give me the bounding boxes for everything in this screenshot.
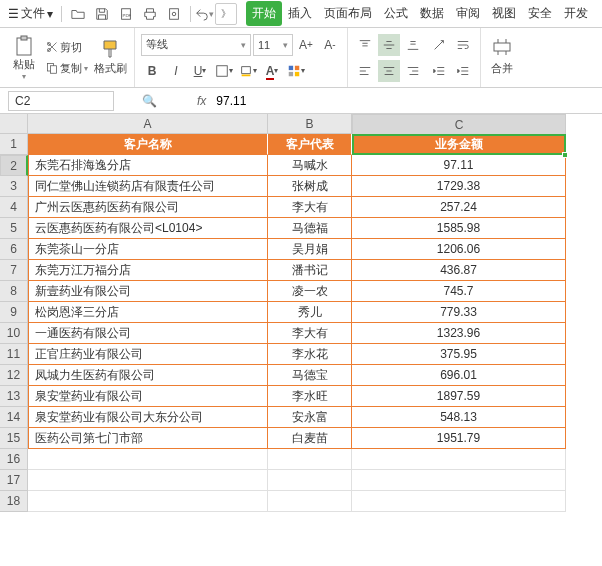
fill-handle[interactable]	[562, 152, 568, 158]
cell-style-button[interactable]: ▾	[285, 60, 307, 82]
table-cell[interactable]: 新壹药业有限公司	[28, 281, 268, 302]
search-icon[interactable]: 🔍	[142, 94, 157, 108]
align-top-icon[interactable]	[354, 34, 376, 56]
table-cell[interactable]: 正官庄药业有限公司	[28, 344, 268, 365]
fill-color-button[interactable]: ▾	[237, 60, 259, 82]
table-cell[interactable]: 张树成	[268, 176, 352, 197]
table-cell[interactable]: 云医惠药医药有限公司<L0104>	[28, 218, 268, 239]
table-cell[interactable]: 779.33	[352, 302, 566, 323]
table-cell[interactable]: 松岗恩泽三分店	[28, 302, 268, 323]
empty-cell[interactable]	[352, 449, 566, 470]
table-cell[interactable]: 泉安堂药业有限公司大东分公司	[28, 407, 268, 428]
tab-page-layout[interactable]: 页面布局	[318, 1, 378, 26]
row-header[interactable]: 5	[0, 218, 28, 239]
format-painter-button[interactable]: 格式刷	[92, 39, 128, 76]
row-header[interactable]: 6	[0, 239, 28, 260]
table-cell[interactable]: 李大有	[268, 323, 352, 344]
empty-cell[interactable]	[352, 470, 566, 491]
row-header[interactable]: 13	[0, 386, 28, 407]
name-box[interactable]: C2	[8, 91, 114, 111]
table-cell[interactable]: 436.87	[352, 260, 566, 281]
tab-security[interactable]: 安全	[522, 1, 558, 26]
row-header[interactable]: 1	[0, 134, 28, 155]
empty-cell[interactable]	[28, 491, 268, 512]
row-header[interactable]: 10	[0, 323, 28, 344]
italic-button[interactable]: I	[165, 60, 187, 82]
row-header[interactable]: 8	[0, 281, 28, 302]
tab-dev[interactable]: 开发	[558, 1, 594, 26]
row-header[interactable]: 3	[0, 176, 28, 197]
table-cell[interactable]: 1897.59	[352, 386, 566, 407]
table-cell[interactable]: 1585.98	[352, 218, 566, 239]
table-cell[interactable]: 凌一农	[268, 281, 352, 302]
table-cell[interactable]: 东莞万江万福分店	[28, 260, 268, 281]
table-cell[interactable]: 1323.96	[352, 323, 566, 344]
copy-button[interactable]: 复制 ▾	[42, 59, 92, 78]
empty-cell[interactable]	[352, 491, 566, 512]
decrease-indent-icon[interactable]	[428, 60, 450, 82]
table-cell[interactable]: 安永富	[268, 407, 352, 428]
cells-area[interactable]: 客户名称客户代表业务金额东莞石排海逸分店马喊水97.11同仁堂佛山连锁药店有限责…	[28, 134, 566, 512]
export-pdf-icon[interactable]: PDF	[115, 3, 137, 25]
row-header[interactable]: 17	[0, 470, 28, 491]
empty-cell[interactable]	[28, 449, 268, 470]
table-cell[interactable]: 745.7	[352, 281, 566, 302]
row-header[interactable]: 7	[0, 260, 28, 281]
table-cell[interactable]: 医药公司第七门市部	[28, 428, 268, 449]
col-header-c[interactable]: C	[352, 114, 566, 136]
table-cell[interactable]: 马喊水	[268, 155, 352, 176]
row-header[interactable]: 9	[0, 302, 28, 323]
table-cell[interactable]: 马德福	[268, 218, 352, 239]
align-middle-icon[interactable]	[378, 34, 400, 56]
table-cell[interactable]: 548.13	[352, 407, 566, 428]
table-cell[interactable]: 李水花	[268, 344, 352, 365]
row-header[interactable]: 18	[0, 491, 28, 512]
print-icon[interactable]	[139, 3, 161, 25]
select-all-corner[interactable]	[0, 114, 28, 134]
table-cell[interactable]: 秀儿	[268, 302, 352, 323]
table-cell[interactable]: 同仁堂佛山连锁药店有限责任公司	[28, 176, 268, 197]
table-cell[interactable]: 潘书记	[268, 260, 352, 281]
increase-font-icon[interactable]: A+	[295, 34, 317, 56]
align-bottom-icon[interactable]	[402, 34, 424, 56]
table-cell[interactable]: 375.95	[352, 344, 566, 365]
empty-cell[interactable]	[268, 470, 352, 491]
row-header[interactable]: 15	[0, 428, 28, 449]
align-left-icon[interactable]	[354, 60, 376, 82]
print-preview-icon[interactable]	[163, 3, 185, 25]
table-cell[interactable]: 马德宝	[268, 365, 352, 386]
underline-button[interactable]: U▾	[189, 60, 211, 82]
table-cell[interactable]: 东莞茶山一分店	[28, 239, 268, 260]
row-header[interactable]: 11	[0, 344, 28, 365]
table-cell[interactable]: 李水旺	[268, 386, 352, 407]
table-cell[interactable]: 李大有	[268, 197, 352, 218]
tab-insert[interactable]: 插入	[282, 1, 318, 26]
spreadsheet-grid[interactable]: A B C 123456789101112131415161718 客户名称客户…	[0, 114, 602, 566]
undo-button[interactable]: ▾	[195, 7, 214, 21]
table-header-cell[interactable]: 客户代表	[268, 134, 352, 155]
increase-indent-icon[interactable]	[452, 60, 474, 82]
save-icon[interactable]	[91, 3, 113, 25]
row-header[interactable]: 16	[0, 449, 28, 470]
formula-input[interactable]	[212, 91, 602, 111]
paste-button[interactable]: 粘贴 ▾	[6, 35, 42, 81]
orientation-icon[interactable]	[428, 34, 450, 56]
tab-start[interactable]: 开始	[246, 1, 282, 26]
merge-button[interactable]: 合并	[487, 59, 517, 78]
empty-cell[interactable]	[28, 470, 268, 491]
align-right-icon[interactable]	[402, 60, 424, 82]
table-cell[interactable]: 凤城力生医药有限公司	[28, 365, 268, 386]
table-header-cell[interactable]: 客户名称	[28, 134, 268, 155]
table-cell[interactable]: 696.01	[352, 365, 566, 386]
tab-view[interactable]: 视图	[486, 1, 522, 26]
open-icon[interactable]	[67, 3, 89, 25]
table-cell[interactable]: 泉安堂药业有限公司	[28, 386, 268, 407]
overflow-icon[interactable]: 》	[215, 3, 237, 25]
decrease-font-icon[interactable]: A-	[319, 34, 341, 56]
border-button[interactable]: ▾	[213, 60, 235, 82]
table-cell[interactable]: 1729.38	[352, 176, 566, 197]
empty-cell[interactable]	[268, 491, 352, 512]
row-header[interactable]: 4	[0, 197, 28, 218]
align-center-icon[interactable]	[378, 60, 400, 82]
tab-formula[interactable]: 公式	[378, 1, 414, 26]
